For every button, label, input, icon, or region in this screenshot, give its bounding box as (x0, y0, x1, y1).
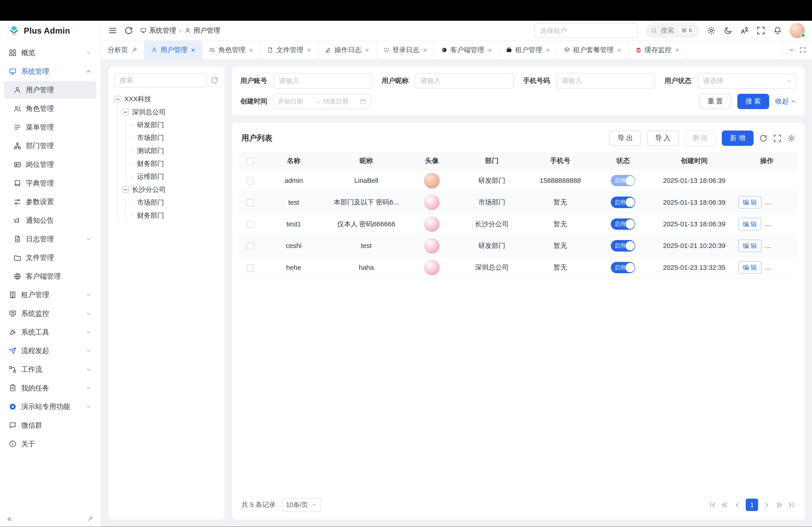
select-all-checkbox[interactable] (247, 157, 254, 165)
tabs-dropdown-chevron-icon[interactable] (788, 47, 795, 53)
edit-button[interactable]: 编 辑 (738, 218, 762, 230)
sidebar-item-param-settings[interactable]: 参数设置 (4, 193, 96, 211)
sidebar-item-my-tasks[interactable]: 我的任务 (4, 379, 96, 397)
page-size-select[interactable]: 10条/页 (282, 498, 321, 512)
collapse-sidebar-button[interactable]: « (7, 514, 12, 523)
sidebar-item-menu-management[interactable]: 菜单管理 (4, 119, 96, 136)
more-actions-link[interactable]: 更多 (791, 199, 798, 206)
table-refresh-icon[interactable] (759, 134, 768, 142)
sidebar-item-dict-management[interactable]: 字典管理 (4, 175, 96, 192)
hamburger-menu-icon[interactable] (108, 26, 117, 35)
sidebar-item-overview[interactable]: 概览 (4, 44, 96, 62)
prev-page-icon[interactable] (733, 501, 741, 509)
tab-tenant-package-management[interactable]: 租户套餐管理 × (557, 41, 629, 59)
refresh-page-icon[interactable] (124, 26, 133, 35)
sidebar-item-user-management[interactable]: 用户管理 (4, 81, 96, 99)
tree-node-branch[interactable]: 长沙分公司 (122, 183, 219, 196)
collapse-node-icon[interactable] (122, 109, 129, 116)
tab-role-management[interactable]: 角色管理 × (202, 41, 260, 59)
status-toggle[interactable]: 启用 (611, 262, 635, 273)
more-actions-link[interactable]: 更多 (791, 264, 798, 271)
tree-node-dept[interactable]: 测试部门 (130, 144, 219, 157)
tree-node-branch[interactable]: 深圳总公司 (122, 105, 219, 118)
table-settings-gear-icon[interactable] (787, 134, 796, 142)
sidebar-item-system-monitor[interactable]: 系统监控 (4, 305, 96, 322)
export-button[interactable]: 导 出 (609, 131, 641, 146)
status-toggle[interactable]: 启用 (611, 240, 635, 252)
sidebar-item-client-management[interactable]: 客户端管理 (4, 268, 96, 285)
nickname-input[interactable] (415, 73, 514, 89)
more-actions-link[interactable]: 更多 (791, 221, 798, 228)
sidebar-item-system-management[interactable]: 系统管理 (4, 63, 96, 80)
tab-user-management[interactable]: 用户管理 × (144, 41, 202, 59)
tree-node-dept[interactable]: 市场部门 (130, 196, 219, 209)
table-fullscreen-icon[interactable] (773, 134, 782, 142)
close-tab-icon[interactable]: × (675, 46, 679, 54)
tab-operation-log[interactable]: 操作日志 × (318, 41, 376, 59)
user-avatar[interactable] (790, 23, 805, 38)
sidebar-item-tenant-management[interactable]: 租户管理 (4, 286, 96, 304)
tree-node-root[interactable]: XXX科技 (114, 93, 219, 105)
reset-button[interactable]: 重 置 (699, 94, 731, 109)
status-select[interactable]: 请选择 (698, 73, 797, 89)
more-actions-link[interactable]: 更多 (791, 242, 798, 249)
last-page-icon[interactable] (788, 501, 795, 509)
tree-node-dept[interactable]: 研发部门 (130, 119, 219, 132)
search-button[interactable]: 搜 索 (737, 94, 769, 109)
settings-gear-icon[interactable] (707, 26, 716, 35)
tab-client-management[interactable]: 客户端管理 × (434, 41, 499, 59)
sidebar-item-notice[interactable]: 通知公告 (4, 212, 96, 229)
sidebar-item-department-management[interactable]: 部门管理 (4, 137, 96, 155)
sidebar-item-about[interactable]: 关于 (4, 435, 96, 453)
import-button[interactable]: 导 入 (647, 131, 679, 146)
close-tab-icon[interactable]: × (307, 46, 311, 54)
tab-analysis[interactable]: 分析页 (101, 41, 144, 59)
row-checkbox[interactable] (247, 243, 254, 250)
close-tab-icon[interactable]: × (617, 46, 621, 54)
tab-cache-monitor[interactable]: 缓存监控 × (629, 41, 686, 59)
row-checkbox[interactable] (247, 264, 254, 271)
tab-tenant-management[interactable]: 租户管理 × (499, 41, 557, 59)
close-tab-icon[interactable]: × (249, 46, 253, 54)
add-button[interactable]: 新 增 (722, 131, 754, 146)
status-toggle[interactable]: 启用 (611, 175, 635, 186)
next-page-icon[interactable] (763, 501, 770, 509)
edit-button[interactable]: 编 辑 (738, 240, 762, 252)
row-checkbox[interactable] (247, 221, 254, 228)
dark-mode-moon-icon[interactable] (724, 26, 733, 35)
sidebar-item-wechat-group[interactable]: 微信群 (4, 417, 96, 434)
delete-button[interactable]: 删 除 (684, 131, 716, 146)
breadcrumb-user-management[interactable]: 用户管理 (185, 26, 220, 35)
sidebar-item-system-tools[interactable]: 系统工具 (4, 323, 96, 341)
global-search-button[interactable]: 搜索 ⌘ K (646, 23, 699, 37)
prev-pages-icon[interactable] (721, 501, 728, 509)
sidebar-item-log-management[interactable]: 日志管理 (4, 230, 96, 248)
notifications-bell-icon[interactable] (773, 26, 782, 35)
language-translate-icon[interactable] (740, 26, 749, 35)
tree-node-dept[interactable]: 市场部门 (130, 132, 219, 144)
tree-search-input[interactable] (114, 73, 207, 88)
close-tab-icon[interactable]: × (423, 46, 427, 54)
close-tab-icon[interactable]: × (546, 46, 550, 54)
sidebar-item-file-management[interactable]: 文件管理 (4, 249, 96, 267)
next-pages-icon[interactable] (775, 501, 783, 509)
account-input[interactable] (273, 73, 372, 89)
row-checkbox[interactable] (247, 177, 254, 185)
collapse-node-icon[interactable] (122, 186, 129, 193)
tree-node-dept[interactable]: 财务部门 (130, 157, 219, 170)
collapse-node-icon[interactable] (114, 96, 121, 103)
tab-file-management[interactable]: 文件管理 × (260, 41, 318, 59)
tree-refresh-icon[interactable] (211, 76, 218, 84)
close-tab-icon[interactable]: × (365, 46, 369, 54)
fullscreen-icon[interactable] (756, 26, 765, 35)
status-toggle[interactable]: 启用 (611, 197, 635, 208)
sidebar-item-process-launch[interactable]: 流程发起 (4, 342, 96, 360)
sidebar-item-role-management[interactable]: 角色管理 (4, 100, 96, 118)
app-logo[interactable]: Plus Admin (0, 21, 101, 41)
breadcrumb-system-management[interactable]: 系统管理 (140, 26, 176, 35)
tree-node-dept[interactable]: 财务部门 (130, 209, 219, 222)
sidebar-item-workflow[interactable]: 工作流 (4, 361, 96, 378)
date-range-picker[interactable]: 开始日期 → 结束日期 (273, 94, 371, 109)
tab-login-log[interactable]: 登录日志 × (376, 41, 434, 59)
content-fullscreen-icon[interactable] (800, 47, 806, 53)
